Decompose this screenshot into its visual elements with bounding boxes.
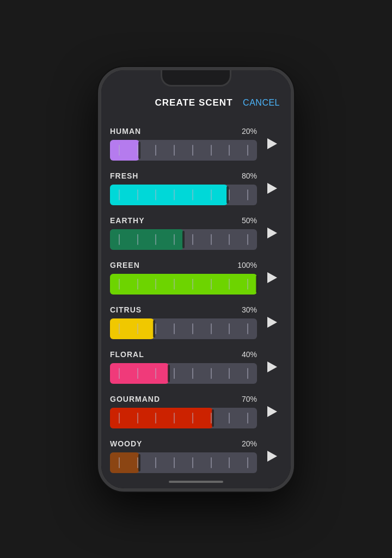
scent-list: HUMAN 20% FRESH 80% xyxy=(101,117,291,477)
tick xyxy=(247,145,248,156)
tick xyxy=(247,413,248,424)
slider-track-woody[interactable] xyxy=(110,452,257,473)
cancel-button[interactable]: CANCEL xyxy=(243,98,280,108)
slider-thumb-woody xyxy=(138,454,140,471)
scent-percent-citrus: 30% xyxy=(242,305,257,314)
tick xyxy=(211,323,212,334)
tick xyxy=(229,234,230,245)
scent-label-row: FLORAL 40% xyxy=(110,350,257,359)
scent-row-green: GREEN 100% xyxy=(101,255,291,300)
slider-track-earthy[interactable] xyxy=(110,229,257,250)
scent-percent-fresh: 80% xyxy=(242,171,257,180)
tick xyxy=(174,368,175,379)
scent-info-green: GREEN 100% xyxy=(110,261,257,295)
page-title: CREATE SCENT xyxy=(145,97,243,108)
tick xyxy=(229,368,230,379)
slider-fill-gourmand xyxy=(110,408,213,428)
slider-thumb-gourmand xyxy=(212,409,214,427)
play-button-woody[interactable] xyxy=(262,446,282,466)
play-button-gourmand[interactable] xyxy=(262,402,282,421)
screen: CREATE SCENT CANCEL HUMAN 20% xyxy=(101,70,291,488)
tick xyxy=(192,234,193,245)
scent-percent-earthy: 50% xyxy=(242,216,257,225)
tick xyxy=(155,457,156,468)
play-button-human[interactable] xyxy=(262,134,282,154)
scent-info-human: HUMAN 20% xyxy=(110,127,257,161)
tick xyxy=(229,189,230,200)
slider-fill-woody xyxy=(110,452,139,473)
tick xyxy=(229,413,230,424)
scent-info-earthy: EARTHY 50% xyxy=(110,216,257,250)
scent-label-row: CITRUS 30% xyxy=(110,305,257,314)
slider-track-fresh[interactable] xyxy=(110,185,257,205)
scent-label-row: GREEN 100% xyxy=(110,261,257,269)
play-icon-floral xyxy=(267,361,277,372)
play-button-floral[interactable] xyxy=(262,357,282,377)
scent-name-woody: WOODY xyxy=(110,439,142,448)
play-button-citrus[interactable] xyxy=(262,312,282,332)
tick xyxy=(211,234,212,245)
slider-thumb-human xyxy=(138,142,140,159)
scent-percent-woody: 20% xyxy=(242,439,257,448)
scent-row-woody: WOODY 20% xyxy=(101,434,291,477)
scent-info-gourmand: GOURMAND 70% xyxy=(110,395,257,428)
slider-fill-citrus xyxy=(110,318,154,339)
phone-frame: CREATE SCENT CANCEL HUMAN 20% xyxy=(98,67,294,492)
scent-name-floral: FLORAL xyxy=(110,350,144,359)
tick xyxy=(247,323,248,334)
slider-fill-earthy xyxy=(110,229,183,250)
tick xyxy=(247,189,248,200)
scent-label-row: FRESH 80% xyxy=(110,171,257,180)
scent-info-floral: FLORAL 40% xyxy=(110,350,257,384)
slider-thumb-fresh xyxy=(226,186,229,204)
slider-fill-green xyxy=(110,274,257,295)
scent-name-gourmand: GOURMAND xyxy=(110,395,160,403)
tick xyxy=(174,457,175,468)
tick xyxy=(192,368,193,379)
scent-percent-floral: 40% xyxy=(242,350,257,359)
scent-percent-gourmand: 70% xyxy=(242,395,257,403)
scent-row-fresh: FRESH 80% xyxy=(101,166,291,211)
slider-thumb-floral xyxy=(168,365,170,382)
slider-thumb-earthy xyxy=(182,231,185,248)
tick xyxy=(192,145,193,156)
slider-track-green[interactable] xyxy=(110,274,257,295)
tick xyxy=(229,457,230,468)
scent-row-floral: FLORAL 40% xyxy=(101,345,291,389)
slider-track-citrus[interactable] xyxy=(110,318,257,339)
tick xyxy=(229,323,230,334)
scent-info-citrus: CITRUS 30% xyxy=(110,305,257,339)
tick xyxy=(247,234,248,245)
slider-track-gourmand[interactable] xyxy=(110,408,257,428)
slider-fill-fresh xyxy=(110,185,228,205)
home-bar xyxy=(169,481,223,483)
play-icon-human xyxy=(267,138,277,149)
scent-percent-green: 100% xyxy=(237,261,257,269)
play-button-earthy[interactable] xyxy=(262,223,282,243)
play-button-green[interactable] xyxy=(262,268,282,287)
tick xyxy=(247,457,248,468)
scent-row-earthy: EARTHY 50% xyxy=(101,211,291,255)
scent-row-gourmand: GOURMAND 70% xyxy=(101,389,291,434)
scent-name-human: HUMAN xyxy=(110,127,141,136)
tick xyxy=(247,368,248,379)
tick xyxy=(155,145,156,156)
tick xyxy=(229,145,230,156)
slider-thumb-green xyxy=(256,275,258,293)
play-icon-citrus xyxy=(267,317,277,328)
tick xyxy=(211,368,212,379)
slider-fill-human xyxy=(110,140,139,161)
play-button-fresh[interactable] xyxy=(262,179,282,198)
tick xyxy=(174,323,175,334)
scent-name-citrus: CITRUS xyxy=(110,305,142,314)
tick xyxy=(211,145,212,156)
slider-track-human[interactable] xyxy=(110,140,257,161)
scent-percent-human: 20% xyxy=(242,127,257,136)
scent-name-fresh: FRESH xyxy=(110,171,138,180)
play-icon-woody xyxy=(267,451,277,462)
slider-track-floral[interactable] xyxy=(110,363,257,384)
bottom-indicator xyxy=(101,477,291,488)
tick xyxy=(155,323,156,334)
scent-row-citrus: CITRUS 30% xyxy=(101,300,291,345)
play-icon-fresh xyxy=(267,183,277,194)
